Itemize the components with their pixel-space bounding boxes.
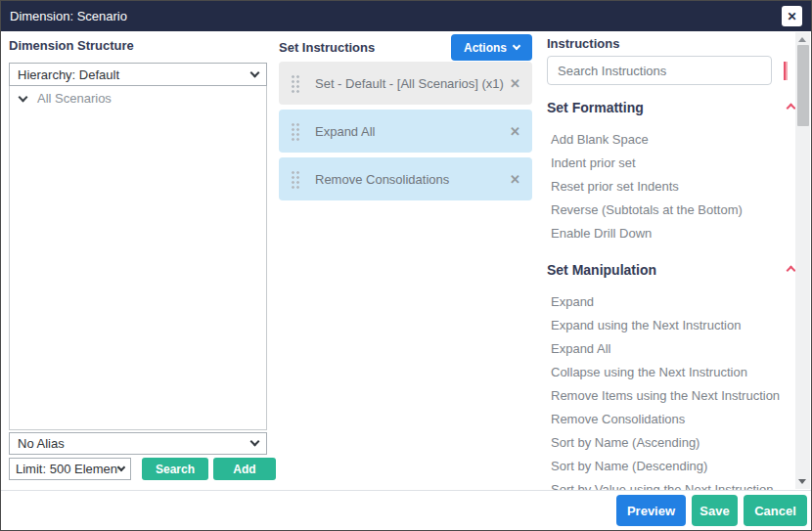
close-icon: ✕ <box>787 10 796 23</box>
tree-item-all-scenarios[interactable]: All Scenarios <box>10 86 266 111</box>
scrollbar-thumb[interactable] <box>797 45 809 126</box>
instruction-option[interactable]: Reset prior set Indents <box>547 174 797 198</box>
remove-icon[interactable]: ✕ <box>510 124 520 139</box>
drag-handle-icon[interactable] <box>291 170 300 189</box>
chevron-down-icon <box>117 463 125 470</box>
set-instructions-header-row: Set Instructions Actions <box>279 33 532 62</box>
add-button[interactable]: Add <box>213 458 276 480</box>
instruction-option[interactable]: Sort by Name (Descending) <box>547 454 797 477</box>
set-instruction-label: Expand All <box>315 124 510 139</box>
tree-item-label: All Scenarios <box>37 91 112 106</box>
chevron-down-icon <box>513 42 520 50</box>
actions-button-label: Actions <box>464 41 507 55</box>
chevron-down-icon <box>250 437 260 447</box>
set-manipulation-title: Set Manipulation <box>547 262 656 279</box>
drag-handle-icon[interactable] <box>291 74 300 93</box>
dimension-tree: All Scenarios <box>9 86 267 430</box>
instruction-option[interactable]: Sort by Value using the Next Instruction <box>547 477 797 490</box>
instruction-option[interactable]: Sort by Name (Ascending) <box>547 430 797 454</box>
dimension-structure-header: Dimension Structure <box>9 38 276 54</box>
remove-icon[interactable]: ✕ <box>510 172 520 187</box>
set-manipulation-list: Expand Expand using the Next Instruction… <box>547 289 797 490</box>
chevron-down-icon <box>250 67 260 77</box>
vertical-scrollbar[interactable] <box>795 32 810 489</box>
instruction-option[interactable]: Indent prior set <box>547 151 797 174</box>
instruction-option[interactable]: Enable Drill Down <box>547 221 797 244</box>
cancel-button[interactable]: Cancel <box>744 495 807 526</box>
hierarchy-select[interactable]: Hierarchy: Default <box>9 63 267 86</box>
remove-icon[interactable]: ✕ <box>510 76 520 91</box>
collapse-section-icon[interactable] <box>787 104 796 113</box>
instructions-header: Instructions <box>547 36 797 52</box>
instruction-option[interactable]: Add Blank Space <box>547 127 797 151</box>
search-controls-row: Limit: 500 Elements Search Add <box>9 458 276 480</box>
instruction-option[interactable]: Expand using the Next Instruction <box>547 313 797 336</box>
set-instruction-item[interactable]: Remove Consolidations ✕ <box>279 157 532 200</box>
dialog-titlebar: Dimension: Scenario ✕ <box>1 1 811 31</box>
dimension-dialog: Dimension: Scenario ✕ Dimension Structur… <box>0 0 812 531</box>
dialog-footer: Preview Save Cancel <box>1 490 811 530</box>
set-instruction-item[interactable]: Expand All ✕ <box>279 110 532 153</box>
instruction-option[interactable]: Remove Consolidations <box>547 407 797 430</box>
instruction-option[interactable]: Remove Items using the Next Instruction <box>547 383 797 407</box>
set-instruction-label: Set - Default - [All Scenarios] (x1) <box>315 76 510 91</box>
set-instructions-header: Set Instructions <box>279 40 375 56</box>
alias-select-value: No Alias <box>18 436 251 451</box>
set-instructions-panel: Set Instructions Actions Set - Default -… <box>276 31 537 490</box>
set-formatting-title: Set Formatting <box>547 100 644 116</box>
collapse-section-icon[interactable] <box>787 266 796 276</box>
hierarchy-select-value: Hierarchy: Default <box>18 67 251 82</box>
search-button[interactable]: Search <box>142 458 208 480</box>
set-manipulation-header-row: Set Manipulation <box>547 262 797 279</box>
limit-select-value: Limit: 500 Elements <box>16 462 118 476</box>
close-button[interactable]: ✕ <box>782 6 802 26</box>
preview-button[interactable]: Preview <box>616 495 686 526</box>
dialog-body: Dimension Structure Hierarchy: Default A… <box>1 31 811 490</box>
save-button[interactable]: Save <box>692 495 738 526</box>
set-instruction-item[interactable]: Set - Default - [All Scenarios] (x1) ✕ <box>279 62 532 105</box>
instruction-option[interactable]: Expand <box>547 289 797 313</box>
set-formatting-header-row: Set Formatting <box>547 100 797 116</box>
instruction-option[interactable]: Expand All <box>547 336 797 360</box>
drag-handle-icon[interactable] <box>291 122 300 141</box>
chevron-down-icon[interactable] <box>19 92 28 102</box>
search-instructions-input[interactable] <box>547 56 772 85</box>
chevron-up-icon <box>786 62 788 80</box>
scroll-up-icon[interactable] <box>798 37 806 42</box>
alias-select[interactable]: No Alias <box>9 432 267 455</box>
limit-select[interactable]: Limit: 500 Elements <box>9 458 131 480</box>
instructions-search-row <box>547 56 797 85</box>
set-formatting-list: Add Blank Space Indent prior set Reset p… <box>547 127 797 244</box>
dialog-title: Dimension: Scenario <box>10 9 127 23</box>
instruction-option[interactable]: Collapse using the Next Instruction <box>547 360 797 383</box>
instruction-option[interactable]: Reverse (Subtotals at the Bottom) <box>547 198 797 221</box>
actions-button[interactable]: Actions <box>451 34 532 61</box>
scroll-down-icon[interactable] <box>798 479 806 484</box>
set-instruction-label: Remove Consolidations <box>315 172 510 187</box>
dimension-structure-panel: Dimension Structure Hierarchy: Default A… <box>1 31 276 490</box>
instructions-panel: Instructions Set Formatting Add Blank Sp… <box>537 31 811 490</box>
